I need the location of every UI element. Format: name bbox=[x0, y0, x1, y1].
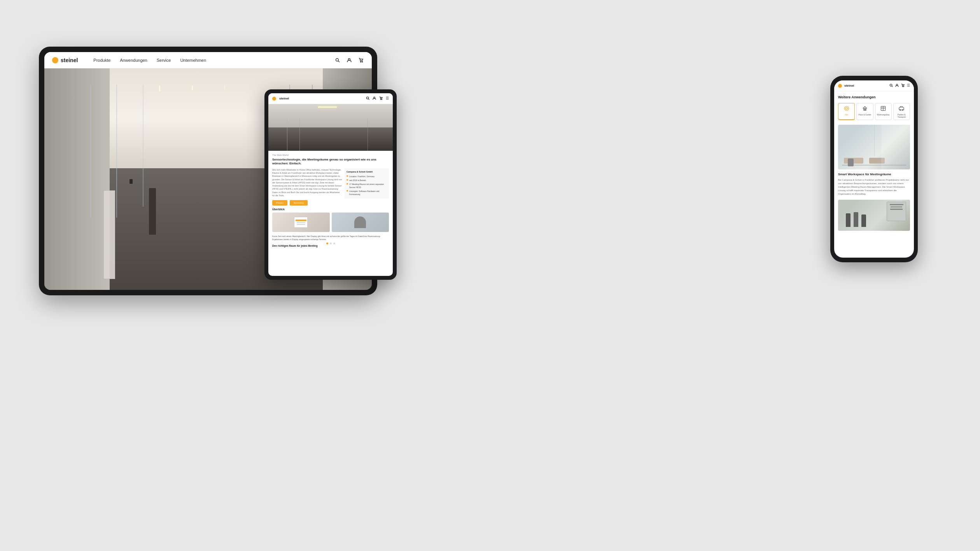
nav-unternehmen[interactable]: Unternehmen bbox=[180, 58, 206, 63]
med-caption-1: Kurze Zeit nach einem Meetingbereich: Hi… bbox=[272, 235, 389, 241]
med-primary-button[interactable]: Primary bbox=[272, 200, 287, 206]
svg-point-8 bbox=[380, 99, 381, 99]
svg-point-3 bbox=[360, 61, 361, 62]
phone-cat-haus[interactable]: Haus & Garten bbox=[856, 103, 873, 120]
phone-card-text: Bei Campana & Schott in Frankfurt profit… bbox=[838, 178, 910, 196]
med-article-title: Sensortechnologie, die Meetingräume gena… bbox=[272, 158, 389, 166]
phone-main-image bbox=[838, 125, 910, 169]
med-menu-icon[interactable]: ☰ bbox=[386, 96, 389, 101]
med-info-row-2: seit 2019 in Betrieb bbox=[346, 179, 387, 182]
tablet-medium-content: The Web-World Sensortechnologie, die Mee… bbox=[268, 151, 393, 250]
tablet-medium-frame: steinel bbox=[264, 89, 397, 280]
svg-point-14 bbox=[903, 86, 904, 87]
phone-cat-haus-label: Haus & Garten bbox=[858, 113, 871, 116]
ceiling-light-2 bbox=[192, 85, 193, 90]
med-dot-3[interactable] bbox=[333, 242, 335, 244]
phone-logo-text[interactable]: steinel bbox=[844, 84, 854, 87]
phone-cat-parken[interactable]: Parken & Transport bbox=[893, 103, 910, 120]
phone-logo-dot-icon bbox=[838, 84, 842, 88]
scene: steinel Produkte Anwendungen Service Unt… bbox=[0, 0, 980, 551]
glass-panel-2 bbox=[116, 85, 117, 218]
med-info-dot-1 bbox=[346, 175, 348, 177]
med-next-section: Den richtigen Raum für jedes Meeting bbox=[272, 244, 389, 247]
med-info-row-1: Location: Frankfurt, Germany bbox=[346, 175, 387, 178]
phone-cat-wohnung-icon bbox=[880, 106, 886, 112]
search-icon[interactable] bbox=[334, 57, 341, 63]
med-info-block: Campana & Schott GmbH Location: Frankfur… bbox=[345, 168, 389, 199]
phone-card-title: Smart Workspace für Meetingräume bbox=[838, 173, 910, 176]
svg-point-13 bbox=[902, 86, 903, 87]
glass-panel-1 bbox=[90, 85, 91, 218]
office-desk-1 bbox=[844, 158, 863, 164]
phone-cat-alle[interactable]: Alle bbox=[838, 103, 855, 120]
med-logo-text[interactable]: steinel bbox=[279, 97, 289, 100]
phone-cat-wohnung[interactable]: Wohnungsbau bbox=[875, 103, 892, 120]
phone-search-icon[interactable] bbox=[889, 84, 893, 88]
med-info-row-3: 17 Meeting-Räume mit einem separaten Sen… bbox=[346, 183, 387, 189]
svg-point-9 bbox=[382, 99, 382, 99]
med-dot-1[interactable] bbox=[326, 242, 328, 244]
logo-text: steinel bbox=[61, 57, 78, 63]
nav-produkte[interactable]: Produkte bbox=[93, 58, 110, 63]
phone-nav-icons: ☰ bbox=[889, 84, 910, 88]
phone-cart-icon[interactable] bbox=[901, 84, 905, 88]
svg-point-0 bbox=[336, 58, 339, 61]
phone-menu-icon[interactable]: ☰ bbox=[907, 84, 910, 88]
med-user-icon[interactable] bbox=[373, 96, 376, 101]
user-icon[interactable] bbox=[346, 57, 352, 63]
med-category-tag: The Web-World bbox=[272, 154, 389, 156]
phone-cat-alle-icon bbox=[844, 106, 849, 112]
phone-nav: steinel bbox=[834, 80, 914, 91]
nav-anwendungen[interactable]: Anwendungen bbox=[120, 58, 147, 63]
med-thumb-1 bbox=[272, 213, 330, 232]
med-nav-icons: ☰ bbox=[366, 96, 389, 101]
med-overview-title: Überblick bbox=[272, 208, 389, 211]
med-dot-2[interactable] bbox=[330, 242, 332, 244]
thumb-booking-display bbox=[272, 213, 330, 232]
board-line-2 bbox=[891, 206, 902, 207]
corridor-wall-left bbox=[44, 68, 110, 290]
phone-content: Weitere Anwendungen Alle bbox=[834, 91, 914, 231]
ceiling-light-3 bbox=[224, 85, 225, 89]
tablet-medium-nav: steinel bbox=[268, 93, 393, 104]
med-search-icon[interactable] bbox=[366, 96, 369, 101]
svg-point-16 bbox=[845, 108, 847, 110]
device-tablet-medium: steinel bbox=[264, 89, 397, 280]
svg-line-11 bbox=[892, 86, 892, 87]
tablet-large-logo[interactable]: steinel bbox=[52, 57, 78, 63]
door-left bbox=[103, 190, 115, 279]
tablet-large-nav: steinel Produkte Anwendungen Service Unt… bbox=[44, 52, 372, 68]
cart-icon[interactable] bbox=[358, 57, 364, 63]
thumb-sensor-display bbox=[332, 213, 389, 232]
phone-user-icon[interactable] bbox=[895, 84, 899, 88]
med-image-row bbox=[272, 213, 389, 232]
med-info-row-4: Lösungen: Software Hardware und Fernwart… bbox=[346, 190, 387, 196]
glass-panel-3 bbox=[143, 85, 144, 207]
med-cart-icon[interactable] bbox=[379, 96, 383, 101]
board-line-3 bbox=[890, 209, 903, 210]
phone-cat-haus-icon bbox=[862, 106, 868, 112]
svg-point-10 bbox=[890, 84, 892, 86]
phone-cat-alle-label: Alle bbox=[845, 113, 848, 116]
glass-wall bbox=[874, 125, 875, 156]
presentation-board bbox=[887, 202, 906, 221]
phone-classroom-scene bbox=[838, 200, 910, 231]
med-secondary-button[interactable]: Secondary bbox=[290, 200, 308, 206]
phone-cat-wohnung-label: Wohnungsbau bbox=[877, 113, 889, 116]
ceiling-light-1 bbox=[159, 85, 160, 91]
med-corridor-line-2 bbox=[299, 118, 300, 151]
phone-section-title: Weitere Anwendungen bbox=[838, 95, 910, 99]
window-light bbox=[881, 125, 910, 169]
tablet-medium-hero bbox=[268, 104, 393, 151]
person-sil-2 bbox=[854, 212, 858, 227]
phone-cat-parken-label: Parken & Transport bbox=[895, 113, 908, 118]
tablet-large-nav-links: Produkte Anwendungen Service Unternehmen bbox=[93, 58, 334, 63]
person-sil-3 bbox=[861, 214, 866, 227]
tablet-large-nav-icons bbox=[334, 57, 364, 63]
med-info-dot-4 bbox=[346, 190, 348, 192]
svg-line-6 bbox=[368, 99, 369, 99]
nav-service[interactable]: Service bbox=[157, 58, 171, 63]
person-left bbox=[149, 188, 156, 235]
office-chair-1 bbox=[848, 159, 854, 166]
control-panel-left bbox=[130, 179, 133, 184]
